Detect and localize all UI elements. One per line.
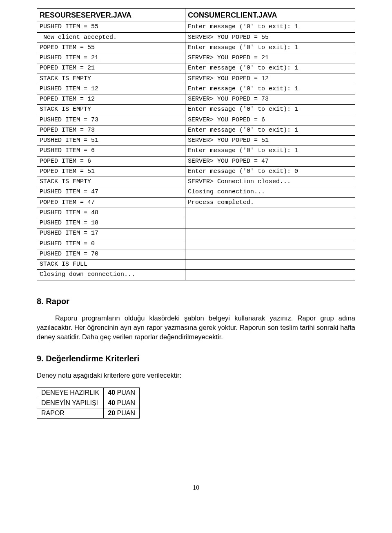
table-row: POPED ITEM = 51Enter message ('0' to exi…: [37, 166, 355, 177]
code-cell: [185, 208, 355, 218]
criteria-points-unit: PUAN: [115, 410, 135, 417]
code-cell: PUSHED ITEM = 48: [37, 208, 185, 218]
page-number: 10: [37, 484, 355, 491]
code-cell: PUSHED ITEM = 21: [37, 53, 185, 63]
criteria-points: 40 PUAN: [104, 387, 140, 398]
table-row: New client accepted.SERVER> YOU POPED = …: [37, 32, 355, 43]
table-row: DENEYİN YAPILIŞI40 PUAN: [37, 398, 140, 408]
code-cell: PUSHED ITEM = 0: [37, 239, 185, 249]
table-row: PUSHED ITEM = 51SERVER> YOU POPED = 51: [37, 136, 355, 146]
table-row: Closing down connection...: [37, 270, 355, 280]
code-cell: POPED ITEM = 51: [37, 166, 185, 177]
code-cell: STACK IS EMPTY: [37, 105, 185, 115]
table-row: POPED ITEM = 21Enter message ('0' to exi…: [37, 63, 355, 74]
code-cell: STACK IS EMPTY: [37, 177, 185, 187]
code-cell: [185, 228, 355, 239]
code-table-header-right: CONSUMERCLIENT.JAVA: [185, 9, 355, 22]
code-cell: Process completed.: [185, 197, 355, 208]
criteria-points-number: 40: [108, 399, 115, 406]
criteria-label: RAPOR: [37, 408, 104, 418]
table-row: PUSHED ITEM = 70: [37, 249, 355, 259]
table-row: STACK IS EMPTYEnter message ('0' to exit…: [37, 105, 355, 115]
table-row: POPED ITEM = 12SERVER> YOU POPED = 73: [37, 94, 355, 105]
code-cell: Enter message ('0' to exit): 1: [185, 22, 355, 32]
code-cell: POPED ITEM = 55: [37, 43, 185, 53]
code-cell: PUSHED ITEM = 51: [37, 136, 185, 146]
table-row: POPED ITEM = 55Enter message ('0' to exi…: [37, 43, 355, 53]
code-cell: New client accepted.: [37, 32, 185, 43]
criteria-points-number: 40: [108, 389, 115, 396]
table-row: STACK IS EMPTYSERVER> YOU POPED = 12: [37, 74, 355, 84]
section-8-heading: 8. Rapor: [37, 297, 355, 306]
code-cell: POPED ITEM = 73: [37, 125, 185, 135]
criteria-points-unit: PUAN: [115, 389, 135, 396]
code-cell: PUSHED ITEM = 12: [37, 84, 185, 94]
code-cell: Closing connection...: [185, 187, 355, 197]
table-row: STACK IS FULL: [37, 260, 355, 270]
code-cell: SERVER> YOU POPED = 6: [185, 115, 355, 125]
table-row: DENEYE HAZIRLIK40 PUAN: [37, 387, 140, 398]
criteria-points-number: 20: [108, 410, 115, 417]
code-cell: Enter message ('0' to exit): 1: [185, 146, 355, 156]
code-cell: [185, 270, 355, 280]
table-row: PUSHED ITEM = 55Enter message ('0' to ex…: [37, 22, 355, 32]
section-8-paragraph: Raporu programların olduğu klasördeki şa…: [37, 314, 355, 342]
table-row: RAPOR20 PUAN: [37, 408, 140, 418]
criteria-points-unit: PUAN: [115, 399, 135, 406]
section-9-intro: Deney notu aşağıdaki kriterlere göre ver…: [37, 371, 355, 380]
code-cell: PUSHED ITEM = 70: [37, 249, 185, 259]
code-cell: STACK IS FULL: [37, 260, 185, 270]
code-output-table: RESOURSESERVER.JAVA CONSUMERCLIENT.JAVA …: [37, 8, 355, 280]
table-row: POPED ITEM = 47Process completed.: [37, 197, 355, 208]
criteria-points: 40 PUAN: [104, 398, 140, 408]
code-cell: Enter message ('0' to exit): 1: [185, 125, 355, 135]
table-row: PUSHED ITEM = 6Enter message ('0' to exi…: [37, 146, 355, 156]
table-row: PUSHED ITEM = 0: [37, 239, 355, 249]
code-cell: POPED ITEM = 21: [37, 63, 185, 74]
table-row: PUSHED ITEM = 21SERVER> YOU POPED = 21: [37, 53, 355, 63]
table-row: PUSHED ITEM = 12Enter message ('0' to ex…: [37, 84, 355, 94]
code-cell: Enter message ('0' to exit): 1: [185, 63, 355, 74]
criteria-points: 20 PUAN: [104, 408, 140, 418]
code-cell: POPED ITEM = 12: [37, 94, 185, 105]
section-9-heading: 9. Değerlendirme Kriterleri: [37, 354, 355, 363]
code-cell: Enter message ('0' to exit): 1: [185, 84, 355, 94]
code-cell: POPED ITEM = 6: [37, 156, 185, 166]
code-cell: PUSHED ITEM = 73: [37, 115, 185, 125]
code-cell: POPED ITEM = 47: [37, 197, 185, 208]
table-row: PUSHED ITEM = 73SERVER> YOU POPED = 6: [37, 115, 355, 125]
code-cell: Enter message ('0' to exit): 1: [185, 43, 355, 53]
code-cell: SERVER> YOU POPED = 21: [185, 53, 355, 63]
table-row: POPED ITEM = 73Enter message ('0' to exi…: [37, 125, 355, 135]
code-cell: [185, 218, 355, 228]
code-cell: SERVER> YOU POPED = 12: [185, 74, 355, 84]
code-cell: Enter message ('0' to exit): 1: [185, 105, 355, 115]
code-cell: [185, 249, 355, 259]
table-row: PUSHED ITEM = 48: [37, 208, 355, 218]
code-cell: [185, 260, 355, 270]
code-cell: PUSHED ITEM = 55: [37, 22, 185, 32]
code-cell: PUSHED ITEM = 6: [37, 146, 185, 156]
criteria-label: DENEYE HAZIRLIK: [37, 387, 104, 398]
code-cell: Closing down connection...: [37, 270, 185, 280]
code-cell: STACK IS EMPTY: [37, 74, 185, 84]
code-cell: SERVER> Connection closed...: [185, 177, 355, 187]
criteria-label: DENEYİN YAPILIŞI: [37, 398, 104, 408]
code-cell: [185, 239, 355, 249]
table-row: STACK IS EMPTYSERVER> Connection closed.…: [37, 177, 355, 187]
code-cell: SERVER> YOU POPED = 51: [185, 136, 355, 146]
code-cell: SERVER> YOU POPED = 55: [185, 32, 355, 43]
code-cell: PUSHED ITEM = 18: [37, 218, 185, 228]
criteria-table: DENEYE HAZIRLIK40 PUANDENEYİN YAPILIŞI40…: [37, 387, 140, 419]
table-row: PUSHED ITEM = 17: [37, 228, 355, 239]
table-row: PUSHED ITEM = 18: [37, 218, 355, 228]
code-cell: SERVER> YOU POPED = 73: [185, 94, 355, 105]
code-cell: Enter message ('0' to exit): 0: [185, 166, 355, 177]
code-table-header-left: RESOURSESERVER.JAVA: [37, 9, 185, 22]
table-row: POPED ITEM = 6SERVER> YOU POPED = 47: [37, 156, 355, 166]
code-cell: PUSHED ITEM = 17: [37, 228, 185, 239]
table-row: PUSHED ITEM = 47Closing connection...: [37, 187, 355, 197]
code-cell: PUSHED ITEM = 47: [37, 187, 185, 197]
code-cell: SERVER> YOU POPED = 47: [185, 156, 355, 166]
